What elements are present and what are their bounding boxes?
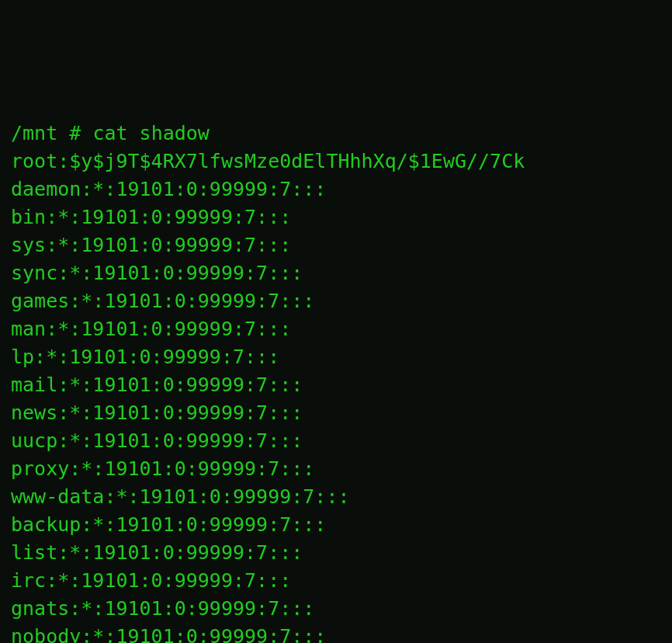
output-line: backup:*:19101:0:99999:7::: [11, 513, 326, 536]
prompt-command: cat shadow [92, 122, 210, 144]
prompt-symbol: # [69, 122, 81, 144]
output-line: irc:*:19101:0:99999:7::: [11, 569, 291, 592]
terminal[interactable]: /mnt # cat shadow root:$y$j9T$4RX7lfwsMz… [11, 120, 661, 643]
output-line: mail:*:19101:0:99999:7::: [11, 374, 303, 396]
prompt-path: /mnt [11, 122, 57, 144]
output-line: games:*:19101:0:99999:7::: [11, 290, 314, 312]
output-line: lp:*:19101:0:99999:7::: [11, 346, 279, 368]
output-line: root:$y$j9T$4RX7lfwsMze0dElTHhhXq/$1EwG/… [11, 150, 525, 172]
output-line: man:*:19101:0:99999:7::: [11, 318, 291, 340]
output-line: daemon:*:19101:0:99999:7::: [11, 178, 326, 200]
output-line: sys:*:19101:0:99999:7::: [11, 234, 291, 256]
output-line: proxy:*:19101:0:99999:7::: [11, 457, 314, 480]
output-line: uucp:*:19101:0:99999:7::: [11, 429, 303, 452]
output-line: bin:*:19101:0:99999:7::: [11, 206, 291, 228]
output-line: gnats:*:19101:0:99999:7::: [11, 597, 314, 620]
output-line: list:*:19101:0:99999:7::: [11, 541, 303, 564]
output-line: nobody:*:19101:0:99999:7::: [11, 625, 326, 643]
prompt-line: /mnt # cat shadow [11, 122, 210, 144]
output-line: www-data:*:19101:0:99999:7::: [11, 485, 350, 508]
output-line: news:*:19101:0:99999:7::: [11, 401, 303, 424]
output-line: sync:*:19101:0:99999:7::: [11, 262, 303, 284]
